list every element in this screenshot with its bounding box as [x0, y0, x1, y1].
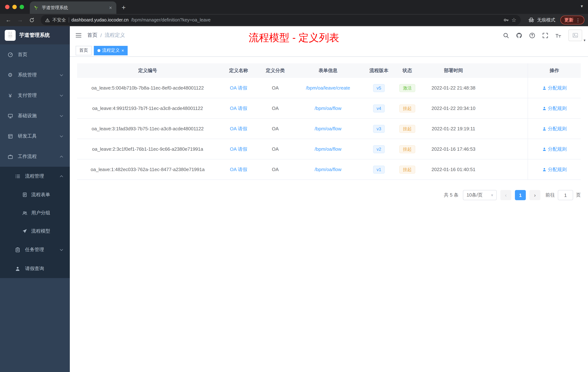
assign-rule-link[interactable]: 分配规则 [542, 146, 567, 152]
github-icon[interactable] [516, 32, 522, 38]
sidebar-item-label: 流程管理 [25, 173, 44, 179]
close-window-button[interactable] [5, 5, 10, 9]
definition-name-link[interactable]: OA 请假 [230, 146, 247, 152]
logo-avatar [5, 30, 16, 41]
person-icon [542, 167, 546, 172]
incognito-label: 无痕模式 [537, 17, 555, 23]
goto-label: 前往 [546, 192, 555, 198]
password-key-icon[interactable] [503, 17, 509, 23]
new-tab-button[interactable]: + [118, 2, 129, 13]
person-icon [542, 127, 546, 131]
form-link[interactable]: /bpm/oa/flow [315, 146, 341, 152]
total-count: 共 5 条 [444, 192, 459, 198]
chevron-down-icon [60, 134, 63, 137]
deploy-time: 2022-01-22 19:19:11 [421, 119, 486, 139]
sidebar-item-workflow[interactable]: 工作流程 [0, 146, 70, 167]
browser-menu-icon[interactable]: ⋮ [576, 17, 580, 23]
tags-view-bar: 首页 流程定义 × [70, 44, 588, 57]
form-link[interactable]: /bpm/oa/flow [315, 126, 341, 131]
definition-name-link[interactable]: OA 请假 [230, 125, 247, 132]
assign-rule-link[interactable]: 分配规则 [542, 85, 567, 91]
fullscreen-icon[interactable] [542, 32, 548, 38]
sidebar-item-label: 基础设施 [18, 112, 37, 119]
sidebar-item-payment[interactable]: ¥ 支付管理 [0, 85, 70, 106]
sidebar-logo[interactable]: 芋道管理系统 [0, 26, 70, 44]
tag-process-definition[interactable]: 流程定义 × [94, 46, 128, 55]
sidebar-item-user-groups[interactable]: 用户分组 [0, 204, 70, 222]
zoom-window-button[interactable] [20, 5, 24, 9]
briefcase-icon [7, 153, 13, 159]
sidebar-item-system[interactable]: ⚙ 系统管理 [0, 65, 70, 85]
yen-icon: ¥ [7, 92, 13, 98]
page-number-button[interactable]: 1 [515, 190, 526, 200]
incognito-icon [528, 17, 535, 23]
assign-rule-link[interactable]: 分配规则 [542, 105, 567, 111]
forward-button[interactable]: → [15, 15, 25, 25]
column-header: 定义名称 [218, 63, 259, 78]
breadcrumb-current: 流程定义 [105, 32, 125, 39]
hamburger-icon [75, 32, 82, 39]
sidebar-item-process-management[interactable]: 流程管理 [0, 167, 70, 186]
sidebar-item-label: 用户分组 [31, 210, 50, 216]
definition-name-link[interactable]: OA 请假 [230, 166, 247, 173]
help-icon[interactable] [529, 32, 535, 38]
paper-plane-icon [22, 228, 27, 234]
person-icon [542, 106, 546, 110]
sidebar-item-task-management[interactable]: 任务管理 [0, 240, 70, 259]
deploy-time: 2022-01-22 21:48:38 [421, 78, 486, 98]
list-icon [15, 173, 20, 179]
tab-search-chevron-icon[interactable]: ▾ [581, 4, 583, 9]
reload-button[interactable] [27, 15, 36, 25]
search-icon[interactable] [503, 32, 509, 38]
minimize-window-button[interactable] [12, 5, 17, 9]
form-link[interactable]: /bpm/oa/leave/create [306, 85, 350, 91]
next-page-button[interactable]: › [529, 190, 540, 200]
form-link[interactable]: /bpm/oa/flow [315, 106, 341, 111]
sidebar-item-process-models[interactable]: 流程模型 [0, 222, 70, 240]
font-size-icon[interactable] [555, 32, 561, 38]
breadcrumb-home[interactable]: 首页 [87, 32, 97, 39]
definition-name-link[interactable]: OA 请假 [230, 85, 247, 91]
sidebar-item-infrastructure[interactable]: 基础设施 [0, 106, 70, 126]
tab-favicon-icon [33, 5, 39, 10]
deploy-time: 2022-01-22 20:34:10 [421, 98, 486, 118]
update-button[interactable]: 更新 ⋮ [560, 16, 584, 24]
page-size-select[interactable]: 10条/页 ▾ [463, 190, 497, 200]
tab-close-icon[interactable]: × [108, 5, 113, 11]
assign-rule-link[interactable]: 分配规则 [542, 166, 567, 173]
sidebar-item-leave-query[interactable]: 请假查询 [0, 259, 70, 278]
browser-tab[interactable]: 芋道管理系统 × [30, 1, 116, 14]
definition-id: oa_leave:4:991f2193-7b7f-11ec-a3c8-acde4… [77, 98, 218, 118]
tab-title: 芋道管理系统 [42, 5, 105, 11]
back-button[interactable]: ← [4, 15, 13, 25]
rabbit-logo-icon [6, 31, 14, 39]
user-avatar[interactable]: ▾ [568, 30, 582, 41]
definition-id: oa_leave:3:1fad3d93-7b75-11ec-a3c8-acde4… [77, 119, 218, 139]
version-tag: v4 [373, 104, 385, 112]
sidebar-item-devtools[interactable]: 研发工具 [0, 126, 70, 146]
tag-home[interactable]: 首页 [76, 46, 92, 55]
app: 芋道管理系统 首页 ⚙ 系统管理 ¥ 支付管理 [0, 26, 588, 372]
chevron-down-icon [60, 93, 63, 97]
chevron-down-icon: ▾ [491, 193, 493, 197]
tag-close-icon[interactable]: × [121, 48, 124, 53]
goto-page-input[interactable] [558, 190, 573, 200]
form-link[interactable]: /bpm/oa/flow [315, 167, 341, 172]
definition-name-link[interactable]: OA 请假 [230, 105, 247, 111]
address-bar[interactable]: 不安全 dashboard.yudao.iocoder.cn/bpm/manag… [41, 15, 521, 25]
sidebar-item-home[interactable]: 首页 [0, 44, 70, 65]
sidebar-toggle-button[interactable] [70, 26, 87, 44]
avatar-caret-icon[interactable]: ▾ [584, 38, 586, 42]
workflow-submenu: 流程管理 流程表单 [0, 167, 70, 278]
definition-category: OA [259, 119, 292, 139]
column-header: 部署时间 [421, 63, 486, 78]
bookmark-star-icon[interactable]: ☆ [512, 17, 516, 23]
assign-rule-link[interactable]: 分配规则 [542, 125, 567, 132]
prev-page-button[interactable]: ‹ [500, 190, 511, 200]
sidebar-item-process-forms[interactable]: 流程表单 [0, 186, 70, 204]
incognito-badge: 无痕模式 [525, 17, 558, 23]
page-content: 定义编号 定义名称 定义分类 表单信息 流程版本 状态 部署时间 操作 oa_l… [70, 57, 588, 372]
status-tag: 激活 [399, 84, 415, 92]
breadcrumb: 首页 / 流程定义 [87, 32, 125, 39]
version-tag: v1 [373, 165, 385, 174]
